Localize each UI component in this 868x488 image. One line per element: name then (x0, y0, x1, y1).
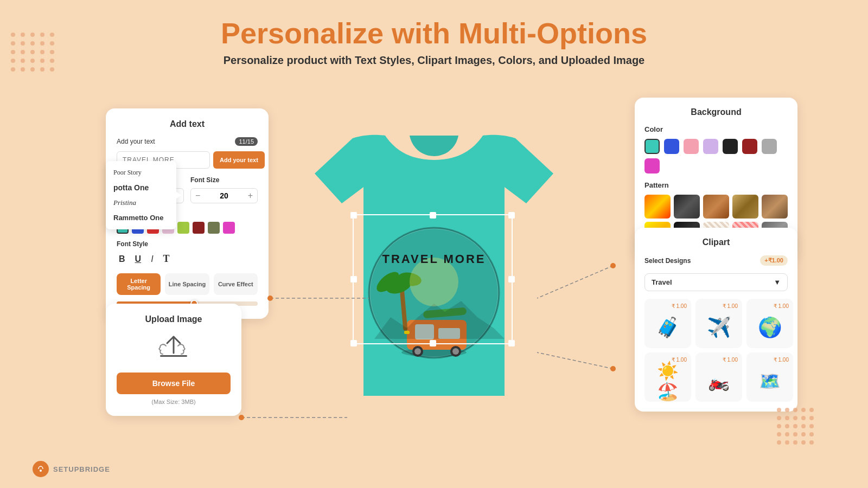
svg-rect-0 (160, 355, 187, 357)
header: Personalize with Multi-Options Personali… (0, 0, 868, 75)
clipart-item-6[interactable]: ₹ 1.00 🗺️ (746, 352, 793, 402)
pattern-wood[interactable] (703, 195, 729, 219)
font-option-pottaone[interactable]: potta One (106, 180, 176, 195)
bg-swatch-blue[interactable] (664, 139, 679, 154)
clipart-price-3: ₹ 1.00 (751, 303, 789, 309)
font-style-row: B U I T (117, 252, 258, 266)
category-chevron-icon: ▼ (774, 278, 781, 286)
bg-swatch-teal[interactable] (644, 139, 660, 154)
pattern-fire[interactable] (644, 195, 671, 219)
font-style-label: Font Style (117, 240, 258, 248)
color-swatch-darkred[interactable] (193, 222, 205, 234)
clipart-price-2: ₹ 1.00 (700, 303, 738, 309)
clipart-price-5: ₹ 1.00 (700, 357, 738, 363)
page-title: Personalize with Multi-Options (0, 16, 868, 50)
svg-point-29 (40, 470, 42, 472)
svg-point-23 (610, 263, 616, 268)
bg-swatch-magenta[interactable] (644, 158, 660, 174)
clipart-img-5: 🏍️ (700, 365, 738, 397)
clipart-img-4: ☀️🏖️ (649, 365, 687, 397)
bg-swatch-black[interactable] (723, 139, 738, 154)
background-panel-title: Background (644, 107, 788, 117)
clipart-img-2: ✈️ (700, 311, 738, 344)
color-swatch-magenta[interactable] (223, 222, 235, 234)
dots-decoration-tl (11, 33, 55, 72)
font-family-dropdown: Poor Story potta One Pristina Rammetto O… (106, 161, 176, 229)
bg-pattern-label: Pattern (644, 181, 788, 189)
font-size-value: 20 (205, 191, 243, 200)
bg-swatch-lavender[interactable] (703, 139, 718, 154)
spacing-row: Letter Spacing Line Spacing Curve Effect (117, 273, 258, 295)
add-text-title: Add text (117, 119, 258, 129)
clipart-grid: ₹ 1.00 🧳 ₹ 1.00 ✈️ ₹ 1.00 🌍 ₹ 1.00 ☀️🏖️ … (644, 299, 788, 402)
line-spacing-button[interactable]: Line Spacing (165, 273, 209, 295)
clipart-item-1[interactable]: ₹ 1.00 🧳 (644, 299, 691, 348)
title-black: Personalize with (221, 17, 458, 49)
char-count: 11/15 (235, 137, 258, 146)
bg-swatch-pink[interactable] (684, 139, 699, 154)
tshirt-svg: TRAVEL MORE (304, 103, 564, 407)
svg-text:TRAVEL MORE: TRAVEL MORE (382, 252, 486, 266)
letter-spacing-button[interactable]: Letter Spacing (117, 273, 161, 295)
max-size-label: (Max Size: 3MB) (117, 399, 231, 405)
upload-icon (117, 332, 231, 367)
dropdown-arrow (176, 192, 182, 198)
svg-point-8 (414, 348, 421, 355)
clipart-item-2[interactable]: ₹ 1.00 ✈️ (695, 299, 742, 348)
font-size-decrease-button[interactable]: − (195, 191, 200, 201)
add-your-text-button[interactable]: Add your text (213, 151, 265, 169)
text-input-row: Add your text 11/15 (117, 137, 258, 146)
bg-color-row (644, 139, 788, 174)
bg-swatch-gray[interactable] (762, 139, 777, 154)
logo-icon (33, 461, 49, 477)
bg-swatch-darkred[interactable] (742, 139, 757, 154)
upload-image-panel: Upload Image Browse File (Max Size: 3MB) (106, 304, 241, 416)
category-value: Travel (652, 278, 672, 286)
clipart-panel: Clipart Select Designs +₹1.00 Travel ▼ ₹… (635, 228, 797, 412)
clipart-price-badge: +₹1.00 (760, 255, 788, 266)
upload-panel-title: Upload Image (117, 314, 231, 324)
font-size-label: Font Size (190, 176, 258, 184)
pattern-mosaic[interactable] (762, 195, 788, 219)
bold-button[interactable]: B (117, 252, 127, 266)
color-swatch-green[interactable] (177, 222, 189, 234)
svg-point-10 (452, 348, 459, 355)
font-size-increase-button[interactable]: + (248, 191, 253, 201)
underline-button[interactable]: U (133, 252, 144, 266)
clipart-item-5[interactable]: ₹ 1.00 🏍️ (695, 352, 742, 402)
clipart-header: Select Designs +₹1.00 (644, 255, 788, 266)
svg-point-27 (239, 415, 244, 420)
content-area: Poor Story potta One Pristina Rammetto O… (0, 92, 868, 488)
italic-button[interactable]: I (149, 252, 155, 266)
font-option-poorstory[interactable]: Poor Story (106, 165, 176, 180)
logo-text: SETUPBRIDGE (53, 465, 110, 473)
font-size-col: Font Size − 20 + (190, 176, 258, 203)
pattern-dark[interactable] (674, 195, 700, 219)
category-select[interactable]: Travel ▼ (644, 273, 788, 291)
font-option-pristina[interactable]: Pristina (106, 195, 176, 210)
clipart-item-4[interactable]: ₹ 1.00 ☀️🏖️ (644, 352, 691, 402)
pattern-abstract[interactable] (732, 195, 758, 219)
tshirt-area: TRAVEL MORE (298, 92, 570, 418)
clipart-price-1: ₹ 1.00 (649, 303, 687, 309)
subtitle: Personalize product with Text Styles, Cl… (0, 54, 868, 67)
font-option-rammetto[interactable]: Rammetto One (106, 210, 176, 225)
svg-point-28 (36, 464, 46, 474)
dots-decoration-br (777, 408, 814, 445)
text-input-label: Add your text (117, 138, 155, 145)
browse-file-button[interactable]: Browse File (117, 373, 231, 394)
clipart-img-6: 🗺️ (751, 365, 789, 397)
clipart-item-3[interactable]: ₹ 1.00 🌍 (746, 299, 793, 348)
clipart-panel-title: Clipart (644, 237, 788, 247)
tshirt-container: TRAVEL MORE (304, 103, 564, 407)
strikethrough-button[interactable]: T (161, 252, 172, 266)
curve-effect-button[interactable]: Curve Effect (214, 273, 258, 295)
bg-color-label: Color (644, 125, 788, 133)
clipart-img-3: 🌍 (751, 311, 789, 344)
select-designs-label: Select Designs (644, 257, 691, 265)
clipart-img-1: 🧳 (649, 311, 687, 344)
color-swatch-olive[interactable] (208, 222, 220, 234)
title-orange: Multi-Options (458, 17, 647, 49)
font-size-control: − 20 + (190, 188, 258, 203)
clipart-price-6: ₹ 1.00 (751, 357, 789, 363)
